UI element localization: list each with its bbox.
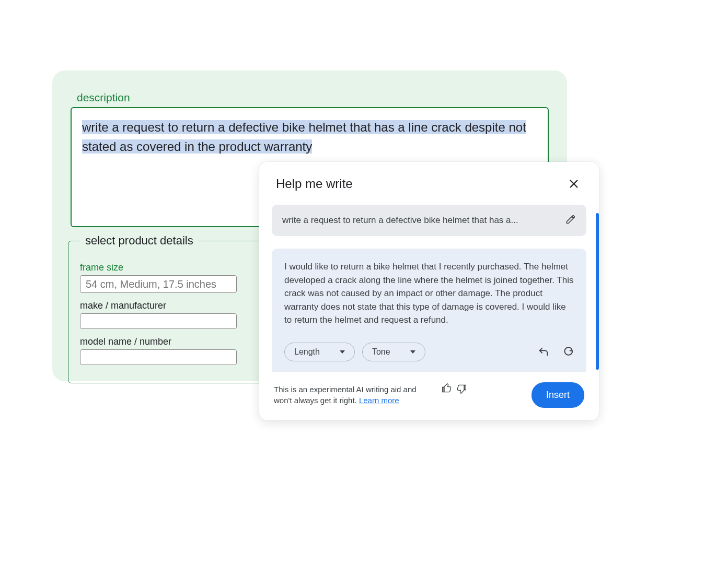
tone-dropdown[interactable]: Tone: [362, 343, 425, 361]
thumbs-down-button[interactable]: [456, 383, 467, 394]
length-label: Length: [294, 347, 320, 357]
fieldset-legend: select product details: [80, 234, 199, 248]
insert-button[interactable]: Insert: [531, 382, 584, 408]
learn-more-link[interactable]: Learn more: [359, 396, 399, 405]
action-icons: [537, 346, 574, 358]
response-text: I would like to return a bike helmet tha…: [284, 260, 574, 327]
description-text: write a request to return a defective bi…: [82, 120, 526, 154]
thumbs-down-icon: [456, 383, 467, 394]
thumbs-up-icon: [442, 383, 452, 394]
feedback-thumbs: [441, 383, 467, 394]
prompt-text: write a request to return a defective bi…: [282, 215, 518, 226]
redo-icon: [562, 346, 573, 358]
frame-size-input[interactable]: [80, 275, 237, 293]
close-icon: [569, 179, 579, 189]
dialog-title: Help me write: [276, 177, 353, 191]
tone-label: Tone: [372, 347, 390, 357]
make-input[interactable]: [80, 313, 237, 329]
length-dropdown[interactable]: Length: [284, 343, 355, 361]
description-label: description: [77, 91, 549, 104]
model-input[interactable]: [80, 349, 237, 365]
edit-icon[interactable]: [565, 214, 576, 227]
help-me-write-dialog: Help me write write a request to return …: [259, 162, 599, 420]
chevron-down-icon: [340, 350, 345, 354]
thumbs-up-button[interactable]: [441, 383, 453, 394]
dropdowns: Length Tone: [284, 343, 425, 361]
undo-icon: [538, 346, 549, 358]
chevron-down-icon: [410, 350, 415, 354]
response-box: I would like to return a bike helmet tha…: [272, 249, 586, 372]
controls-row: Length Tone: [284, 343, 574, 361]
dialog-header: Help me write: [259, 162, 599, 205]
redo-button[interactable]: [561, 346, 574, 358]
undo-button[interactable]: [537, 346, 550, 358]
scrollbar[interactable]: [596, 213, 599, 370]
close-button[interactable]: [565, 175, 582, 192]
prompt-box[interactable]: write a request to return a defective bi…: [272, 205, 586, 236]
footer-text: This is an experimental AI writing aid a…: [274, 384, 436, 406]
dialog-footer: This is an experimental AI writing aid a…: [259, 372, 599, 420]
footer-left: This is an experimental AI writing aid a…: [274, 384, 467, 406]
